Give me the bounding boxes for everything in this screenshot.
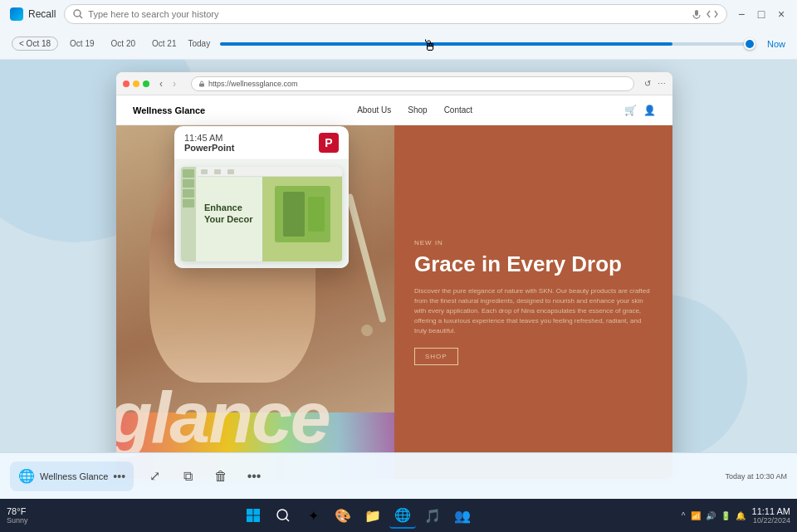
svg-rect-4 bbox=[199, 83, 204, 86]
svg-line-1 bbox=[80, 16, 82, 18]
slide-left: Enhance Your Decor bbox=[198, 167, 262, 261]
account-icon[interactable]: 👤 bbox=[643, 105, 656, 116]
timeline-bar: < Oct 18 Oct 19 Oct 20 Oct 21 Today 🖱 No… bbox=[0, 28, 797, 60]
nav-contact[interactable]: Contact bbox=[444, 105, 472, 115]
taskbar-center: ✦ 🎨 📁 🌐 🎵 👥 bbox=[35, 502, 682, 529]
now-button[interactable]: Now bbox=[767, 39, 785, 49]
search-input[interactable] bbox=[88, 9, 687, 19]
weather-condition: Sunny bbox=[7, 516, 28, 525]
weather-widget: 78°F Sunny bbox=[7, 506, 28, 525]
nav-about[interactable]: About Us bbox=[357, 105, 391, 115]
tab-menu-dots[interactable]: ••• bbox=[113, 470, 125, 483]
taskbar-icon-3[interactable]: 📁 bbox=[359, 502, 386, 529]
window-controls: − □ × bbox=[736, 8, 787, 20]
timeline-cursor[interactable]: 🖱 bbox=[423, 37, 438, 52]
nav-shop[interactable]: Shop bbox=[408, 105, 427, 115]
timeline-date-oct21: Oct 21 bbox=[145, 39, 183, 48]
taskbar-right-system: ^ 📶 🔊 🔋 🔔 11:11 AM 10/22/2024 bbox=[682, 506, 790, 525]
cart-icon[interactable]: 🛒 bbox=[624, 105, 637, 116]
sys-tray-icons: ^ 📶 🔊 🔋 🔔 bbox=[682, 511, 746, 520]
url-text: https://wellnessglance.com bbox=[208, 80, 298, 88]
browser-dots bbox=[123, 81, 149, 87]
hero-description: Discover the pure elegance of nature wit… bbox=[414, 286, 653, 336]
close-button[interactable]: × bbox=[775, 8, 787, 20]
svg-rect-6 bbox=[254, 509, 261, 515]
notification-icon[interactable]: 🔔 bbox=[736, 511, 746, 520]
taskbar-search-button[interactable] bbox=[270, 502, 296, 529]
svg-rect-7 bbox=[247, 516, 253, 523]
popup-preview: Enhance Your Decor bbox=[174, 160, 349, 268]
back-btn[interactable]: ‹ bbox=[159, 78, 163, 90]
start-button[interactable] bbox=[240, 502, 266, 529]
hero-shop-button[interactable]: SHOP bbox=[414, 348, 458, 365]
taskbar-icon-5[interactable]: 🎵 bbox=[419, 502, 446, 529]
system-taskbar: 78°F Sunny ✦ 🎨 📁 🌐 🎵 👥 bbox=[0, 499, 797, 532]
title-bar: Recall − □ × bbox=[0, 0, 797, 28]
timeline-date-oct19: Oct 19 bbox=[63, 39, 100, 48]
active-tab-label: Wellness Glance bbox=[40, 471, 108, 481]
slide-content: Enhance Your Decor bbox=[198, 167, 342, 261]
site-logo: Wellness Glance bbox=[133, 105, 205, 115]
hero-title: Grace in Every Drop bbox=[414, 251, 653, 277]
slide-image bbox=[275, 186, 330, 242]
taskbar-search-icon bbox=[276, 508, 291, 523]
powerpoint-icon: P bbox=[319, 133, 339, 153]
clock-date: 10/22/2024 bbox=[752, 516, 790, 525]
reload-icon[interactable]: ↺ bbox=[644, 79, 651, 88]
site-nav-links: About Us Shop Contact bbox=[357, 105, 472, 115]
active-tab-item[interactable]: 🌐 Wellness Glance ••• bbox=[10, 461, 134, 491]
popup-card: 11:45 AM PowerPoint P Enhan bbox=[174, 126, 349, 268]
close-dot bbox=[123, 81, 130, 87]
maximize-button[interactable]: □ bbox=[755, 8, 767, 20]
network-icon[interactable]: 📶 bbox=[691, 511, 701, 520]
copy-button[interactable]: ⧉ bbox=[175, 464, 200, 489]
windows-logo bbox=[246, 508, 261, 523]
taskbar-icon-2[interactable]: 🎨 bbox=[330, 502, 356, 529]
maximize-dot bbox=[143, 81, 149, 87]
svg-point-0 bbox=[74, 10, 81, 17]
site-nav: Wellness Glance About Us Shop Contact 🛒 … bbox=[116, 95, 672, 125]
battery-icon[interactable]: 🔋 bbox=[721, 511, 731, 520]
taskbar-icon-teams[interactable]: 👥 bbox=[449, 502, 476, 529]
expand-button[interactable]: ⤢ bbox=[142, 464, 167, 489]
mic-icon[interactable] bbox=[692, 9, 702, 19]
svg-rect-8 bbox=[254, 516, 261, 523]
minimize-button[interactable]: − bbox=[736, 8, 747, 20]
slide-ribbon bbox=[198, 167, 342, 177]
taskbar-right: Today at 10:30 AM bbox=[725, 472, 787, 481]
timeline-track[interactable]: 🖱 bbox=[220, 42, 752, 46]
lock-icon bbox=[198, 81, 205, 87]
timeline-prev-button[interactable]: < Oct 18 bbox=[12, 37, 58, 51]
sys-tray-arrow[interactable]: ^ bbox=[682, 511, 686, 520]
slide-sidebar bbox=[181, 167, 196, 261]
timeline-dates: Oct 19 Oct 20 Oct 21 bbox=[63, 39, 183, 48]
more-button[interactable]: ••• bbox=[242, 464, 266, 489]
app-name: Recall bbox=[28, 8, 56, 20]
svg-rect-5 bbox=[247, 509, 253, 515]
delete-button[interactable]: 🗑 bbox=[208, 464, 233, 489]
glance-hero-text: glance bbox=[116, 381, 330, 454]
taskbar-edge-icon[interactable]: 🌐 bbox=[389, 502, 416, 529]
browser-url-bar[interactable]: https://wellnessglance.com bbox=[191, 76, 634, 91]
site-nav-icons: 🛒 👤 bbox=[624, 105, 656, 116]
popup-time: 11:45 AM bbox=[184, 133, 235, 143]
timeline-fill bbox=[220, 42, 672, 46]
browser-chrome: ‹ › https://wellnessglance.com ↺ ⋯ bbox=[116, 72, 672, 95]
sound-icon[interactable]: 🔊 bbox=[706, 511, 716, 520]
app-logo: Recall bbox=[10, 7, 56, 21]
popup-header: 11:45 AM PowerPoint P bbox=[174, 126, 349, 160]
taskbar-left: 78°F Sunny bbox=[7, 506, 35, 525]
timeline-thumb[interactable] bbox=[744, 38, 755, 50]
popup-info: 11:45 AM PowerPoint bbox=[184, 133, 235, 153]
svg-rect-2 bbox=[695, 10, 698, 16]
minimize-dot bbox=[133, 81, 139, 87]
search-bar[interactable] bbox=[64, 4, 727, 24]
hero-badge: NEW IN bbox=[414, 239, 653, 246]
system-clock[interactable]: 11:11 AM 10/22/2024 bbox=[752, 506, 790, 525]
taskbar-icon-1[interactable]: ✦ bbox=[300, 502, 326, 529]
slide-right bbox=[262, 167, 342, 261]
weather-temp: 78°F bbox=[7, 506, 28, 516]
code-icon[interactable] bbox=[707, 9, 718, 19]
browser-menu-icon[interactable]: ⋯ bbox=[658, 79, 666, 88]
forward-btn[interactable]: › bbox=[173, 78, 176, 90]
